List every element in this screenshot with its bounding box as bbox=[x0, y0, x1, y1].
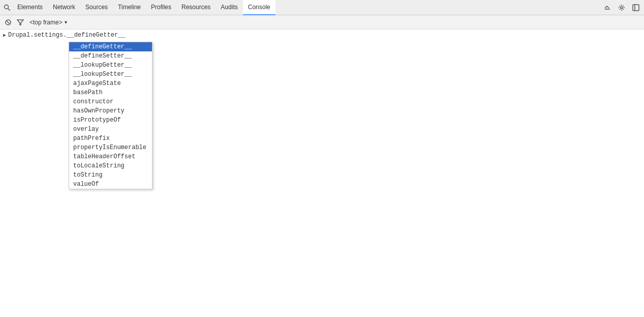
autocomplete-dropdown: __defineGetter__ __defineSetter__ __look… bbox=[69, 42, 152, 189]
console-input-text: Drupal.settings.__defineGetter__ bbox=[8, 32, 125, 39]
autocomplete-item-15[interactable]: valueOf bbox=[69, 180, 152, 189]
svg-rect-4 bbox=[633, 5, 639, 11]
autocomplete-item-4[interactable]: ajaxPageState bbox=[69, 79, 152, 88]
autocomplete-item-9[interactable]: overlay bbox=[69, 125, 152, 134]
autocomplete-item-2[interactable]: __lookupGetter__ bbox=[69, 61, 152, 70]
autocomplete-item-14[interactable]: toString bbox=[69, 170, 152, 180]
autocomplete-item-8[interactable]: isPrototypeOf bbox=[69, 116, 152, 125]
expand-arrow-icon: ▶ bbox=[3, 32, 6, 38]
svg-marker-8 bbox=[17, 20, 23, 25]
autocomplete-item-6[interactable]: constructor bbox=[69, 97, 152, 106]
svg-point-0 bbox=[5, 5, 9, 9]
autocomplete-item-12[interactable]: tableHeaderOffset bbox=[69, 152, 152, 161]
autocomplete-item-5[interactable]: basePath bbox=[69, 88, 152, 97]
tab-audits[interactable]: Audits bbox=[216, 0, 242, 15]
dropdown-arrow-icon: ▾ bbox=[65, 19, 67, 25]
console-area: ▶ Drupal.settings.__defineGetter__ __def… bbox=[0, 30, 644, 317]
autocomplete-item-7[interactable]: hasOwnProperty bbox=[69, 106, 152, 116]
tab-profiles[interactable]: Profiles bbox=[146, 0, 176, 15]
tab-timeline[interactable]: Timeline bbox=[113, 0, 146, 15]
search-icon[interactable] bbox=[2, 3, 12, 13]
svg-line-7 bbox=[7, 21, 10, 24]
autocomplete-item-1[interactable]: __defineSetter__ bbox=[69, 51, 152, 61]
nav-actions bbox=[601, 2, 642, 14]
filter-button[interactable] bbox=[15, 17, 25, 27]
tab-console[interactable]: Console bbox=[243, 0, 275, 15]
frame-label: <top frame> bbox=[29, 19, 63, 26]
autocomplete-item-13[interactable]: toLocaleString bbox=[69, 161, 152, 170]
settings-icon[interactable] bbox=[616, 2, 628, 14]
tab-network[interactable]: Network bbox=[48, 0, 80, 15]
tab-resources[interactable]: Resources bbox=[176, 0, 216, 15]
console-input-line[interactable]: ▶ Drupal.settings.__defineGetter__ bbox=[0, 30, 644, 41]
frame-selector[interactable]: <top frame> ▾ bbox=[27, 18, 69, 27]
svg-line-1 bbox=[8, 8, 11, 11]
dock-icon[interactable] bbox=[601, 2, 614, 14]
autocomplete-item-10[interactable]: pathPrefix bbox=[69, 134, 152, 143]
tab-sources[interactable]: Sources bbox=[80, 0, 113, 15]
clear-console-button[interactable] bbox=[3, 17, 13, 27]
devtools-nav: Elements Network Sources Timeline Profil… bbox=[0, 0, 644, 15]
autocomplete-item-0[interactable]: __defineGetter__ bbox=[69, 42, 152, 51]
devtools-toolbar: <top frame> ▾ bbox=[0, 15, 644, 30]
undock-icon[interactable] bbox=[630, 2, 642, 14]
tab-elements[interactable]: Elements bbox=[12, 0, 48, 15]
autocomplete-item-11[interactable]: propertyIsEnumerable bbox=[69, 143, 152, 152]
svg-point-3 bbox=[621, 7, 623, 9]
autocomplete-item-3[interactable]: __lookupSetter__ bbox=[69, 70, 152, 79]
